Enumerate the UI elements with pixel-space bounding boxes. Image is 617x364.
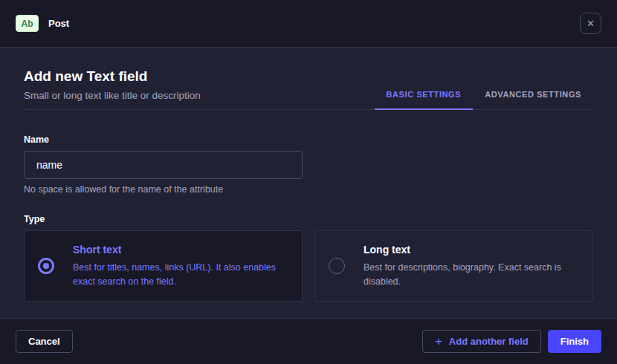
- option-title: Short text: [73, 244, 288, 256]
- tab-basic-settings[interactable]: BASIC SETTINGS: [375, 81, 474, 110]
- tab-advanced-settings[interactable]: ADVANCED SETTINGS: [473, 81, 593, 110]
- option-description: Best for descriptions, biography. Exact …: [364, 261, 579, 287]
- cancel-button[interactable]: Cancel: [16, 330, 73, 353]
- option-text: Long text Best for descriptions, biograp…: [364, 244, 579, 287]
- title-block: Add new Text field Small or long text li…: [24, 68, 201, 109]
- name-helper-text: No space is allowed for the name of the …: [24, 184, 593, 195]
- name-label: Name: [24, 134, 593, 145]
- radio-selected-icon[interactable]: [38, 258, 54, 274]
- option-text: Short text Best for titles, names, links…: [73, 244, 288, 287]
- add-another-field-button[interactable]: + Add another field: [422, 330, 541, 353]
- text-field-type-icon: Ab: [16, 15, 39, 32]
- page-title: Add new Text field: [24, 68, 201, 85]
- option-description: Best for titles, names, links (URL). It …: [73, 261, 288, 287]
- radio-dot: [43, 263, 49, 269]
- add-field-modal: Ab Post ✕ Add new Text field Small or lo…: [0, 0, 617, 364]
- footer-actions: + Add another field Finish: [422, 330, 601, 353]
- add-another-field-label: Add another field: [449, 336, 529, 347]
- modal-footer: Cancel + Add another field Finish: [0, 318, 617, 364]
- finish-button[interactable]: Finish: [548, 330, 601, 353]
- settings-tabs: BASIC SETTINGS ADVANCED SETTINGS: [375, 81, 593, 109]
- name-input[interactable]: [24, 151, 303, 179]
- type-options: Short text Best for titles, names, links…: [24, 230, 593, 302]
- option-short-text[interactable]: Short text Best for titles, names, links…: [24, 230, 303, 302]
- plus-icon: +: [435, 335, 442, 348]
- type-label: Type: [24, 214, 593, 224]
- name-section: Name No space is allowed for the name of…: [24, 134, 593, 195]
- close-button[interactable]: ✕: [580, 13, 601, 34]
- radio-unselected-icon[interactable]: [329, 258, 345, 274]
- modal-body: Add new Text field Small or long text li…: [0, 48, 617, 318]
- option-title: Long text: [364, 244, 579, 256]
- content-type-title: Post: [48, 18, 69, 29]
- type-section: Type Short text Best for titles, names, …: [24, 214, 593, 302]
- option-long-text[interactable]: Long text Best for descriptions, biograp…: [314, 230, 593, 302]
- title-row: Add new Text field Small or long text li…: [24, 68, 593, 110]
- close-icon: ✕: [587, 19, 595, 28]
- modal-header: Ab Post ✕: [0, 0, 617, 48]
- page-subtitle: Small or long text like title or descrip…: [24, 90, 201, 101]
